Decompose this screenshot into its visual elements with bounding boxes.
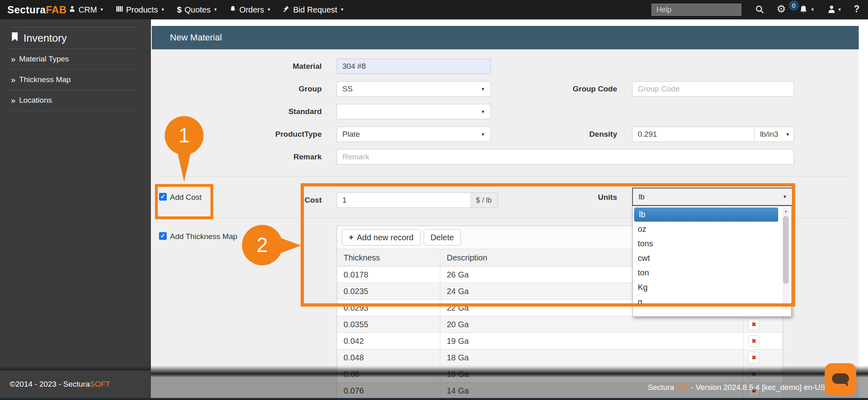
caret-down-icon: ▼ [340, 8, 344, 12]
menu-label: Products [126, 5, 158, 15]
section-divider [160, 176, 850, 177]
copyright-accent: SOFT [90, 380, 110, 389]
menu-crm[interactable]: CRM ▼ [69, 5, 104, 15]
help-search-input[interactable] [652, 4, 741, 16]
app-logo[interactable]: SecturaFAB [7, 0, 67, 19]
footer-version: SecturaFAB - Version 2024.8.5.4 [kec_dem… [615, 377, 826, 398]
menu-label: Orders [239, 5, 264, 15]
product-type-select[interactable]: Plate ▼ [337, 127, 491, 142]
table-row: 0.042 19 Ga ✖ [337, 333, 783, 349]
x-icon: ✖ [751, 338, 756, 344]
description-cell: 19 Ga [440, 333, 743, 349]
top-navbar: SecturaFAB CRM ▼ Products ▼ $ Quotes ▼ O… [0, 0, 868, 19]
table-row: 0.048 18 Ga ✖ [337, 349, 783, 366]
help-question-icon[interactable]: ? [854, 4, 860, 15]
annotation-box-add-cost [155, 184, 213, 219]
chat-widget-button[interactable] [825, 363, 856, 396]
group-code-label: Group Code [528, 85, 617, 93]
chevron-right-icon: » [11, 96, 15, 105]
caret-down-icon[interactable]: ▼ [811, 8, 815, 12]
group-select[interactable]: SS ▼ [337, 81, 491, 97]
add-thickness-map-label: Add Thickness Map [170, 232, 238, 241]
chat-bubble-icon [832, 373, 849, 384]
menu-label: Bid Request [293, 5, 337, 15]
menu-quotes[interactable]: $ Quotes ▼ [177, 5, 217, 15]
sidebar-title-label: Inventory [23, 32, 67, 44]
caret-down-icon: ▼ [481, 110, 485, 114]
menu-products[interactable]: Products ▼ [116, 5, 165, 15]
caret-down-icon: ▼ [481, 87, 485, 91]
sidebar-item-thickness-map[interactable]: » Thickness Map [7, 70, 137, 90]
annotation-balloon-1: 1 [165, 116, 204, 155]
caret-down-icon[interactable]: ▼ [838, 8, 842, 12]
bell-icon [229, 5, 236, 15]
caret-down-icon: ▼ [161, 8, 165, 12]
logo-text-prefix: Sectura [7, 4, 46, 16]
group-code-input[interactable] [632, 81, 794, 97]
version-brand-accent: FAB [674, 383, 689, 392]
add-thickness-map-checkbox[interactable] [159, 232, 167, 240]
thickness-cell: 0.048 [337, 349, 440, 366]
density-input[interactable] [632, 127, 755, 142]
menu-label: Quotes [185, 5, 210, 15]
annotation-balloon-2: 2 [242, 225, 282, 265]
delete-row-button[interactable]: ✖ [748, 335, 760, 347]
caret-down-icon: ▼ [481, 132, 485, 137]
table-row: 0.0355 20 Ga ✖ [337, 316, 783, 333]
density-unit-select[interactable]: lb/in3 ▼ [754, 127, 794, 142]
footer-bottom-strip [0, 398, 868, 400]
annotation-balloon-2-tail [279, 237, 301, 254]
columns-icon [116, 5, 123, 15]
logo-text-suffix: FAB [46, 4, 67, 16]
sidebar-item-locations[interactable]: » Locations [7, 90, 137, 111]
search-icon[interactable] [755, 5, 764, 16]
sidebar-item-label: Material Types [19, 55, 69, 63]
delete-row-button[interactable]: ✖ [748, 319, 760, 330]
gavel-icon [283, 5, 290, 15]
page-title: New Material [170, 26, 222, 49]
material-input[interactable] [337, 59, 491, 74]
product-type-select-value: Plate [342, 130, 360, 139]
standard-label: Standard [233, 107, 322, 116]
caret-down-icon: ▼ [267, 8, 271, 12]
menu-orders[interactable]: Orders ▼ [229, 5, 271, 15]
thickness-cell: 0.0355 [337, 316, 440, 332]
version-brand: Sectura [648, 383, 674, 392]
notification-badge: 0 [789, 0, 799, 11]
product-type-label: ProductType [233, 130, 322, 139]
menu-bid-request[interactable]: Bid Request ▼ [283, 5, 344, 15]
sidebar-item-label: Locations [19, 96, 52, 105]
density-unit-value: lb/in3 [760, 130, 778, 139]
account-user-icon[interactable] [827, 5, 836, 15]
standard-select[interactable]: ▼ [337, 104, 491, 119]
copyright-text: ©2014 - 2023 - Sectura [10, 380, 90, 389]
bookmark-icon [11, 32, 19, 44]
delete-row-button[interactable]: ✖ [748, 352, 760, 363]
version-text: - Version 2024.8.5.4 [kec_demo] en-US [689, 383, 826, 392]
x-icon: ✖ [751, 355, 756, 360]
chevron-right-icon: » [11, 55, 15, 64]
menu-label: CRM [79, 5, 97, 15]
gear-icon[interactable]: ⚙ [777, 3, 786, 15]
thickness-cell: 0.042 [337, 333, 440, 349]
dollar-icon: $ [177, 5, 182, 15]
remark-label: Remark [233, 152, 322, 161]
remark-input[interactable] [337, 149, 794, 165]
footer-copyright: ©2014 - 2023 - SecturaSOFT [0, 370, 151, 398]
description-cell: 18 Ga [440, 349, 743, 366]
sidebar-item-material-types[interactable]: » Material Types [7, 49, 137, 70]
sidebar-item-label: Thickness Map [19, 75, 71, 84]
group-label: Group [233, 85, 322, 93]
material-label: Material [233, 62, 322, 71]
chevron-right-icon: » [11, 75, 15, 85]
user-icon [69, 5, 76, 15]
annotation-box-cost-units [301, 183, 795, 307]
caret-down-icon: ▼ [213, 8, 217, 12]
notifications-bell-icon[interactable] [799, 5, 808, 16]
caret-down-icon: ▼ [785, 132, 790, 137]
x-icon: ✖ [751, 322, 756, 327]
description-cell: 20 Ga [440, 316, 743, 332]
group-select-value: SS [342, 85, 352, 93]
sidebar: Inventory » Material Types » Thickness M… [0, 19, 151, 400]
density-label: Density [528, 130, 617, 139]
